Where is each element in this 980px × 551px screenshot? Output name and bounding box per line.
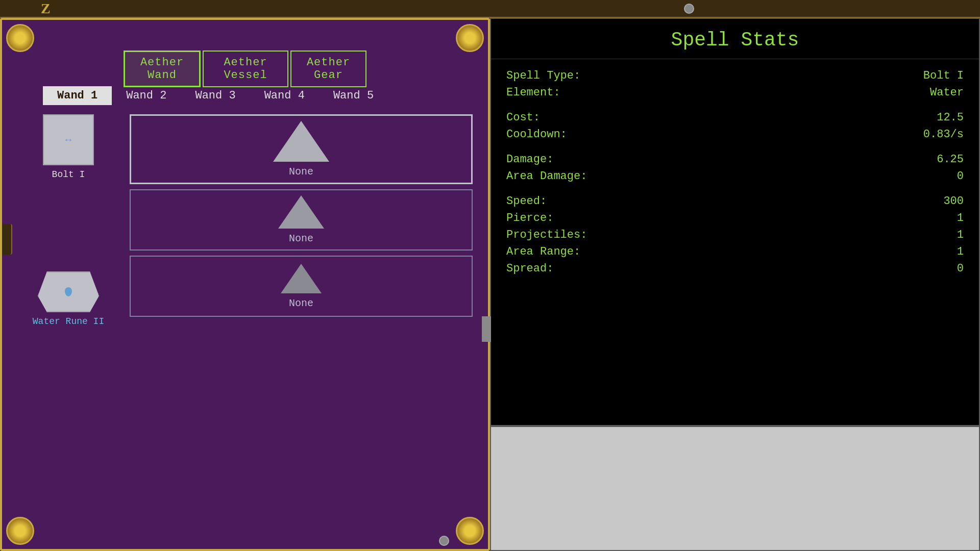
bolt-icon: ↔ <box>65 134 71 146</box>
bottom-right-panel <box>490 426 980 551</box>
triangle-icon-3 <box>281 264 322 293</box>
element-value: Water <box>930 86 964 99</box>
bolt-spell-item: ↔ Bolt I <box>17 114 119 180</box>
element-label: Element: <box>506 86 560 99</box>
tab-wand3[interactable]: Wand 3 <box>181 86 250 105</box>
scrollbar[interactable] <box>482 316 491 342</box>
stats-panel: Spell Stats Spell Type: Bolt I Element: … <box>490 18 980 426</box>
tab-wand2[interactable]: Wand 2 <box>112 86 181 105</box>
top-circle-icon <box>684 4 694 14</box>
bottom-scroll-icon <box>439 536 449 546</box>
tab-aether-gear[interactable]: Aether Gear <box>290 51 366 87</box>
spell-type-value: Bolt I <box>923 69 964 82</box>
category-tabs: Aether Wand Aether Vessel Aether Gear <box>124 51 366 87</box>
slot-1-label: None <box>289 166 313 178</box>
area-range-row: Area Range: 1 <box>506 245 964 258</box>
cooldown-label: Cooldown: <box>506 128 567 141</box>
damage-value: 6.25 <box>937 153 964 166</box>
stats-content: Spell Type: Bolt I Element: Water Cost: … <box>491 59 979 289</box>
triangle-icon-1 <box>273 121 329 162</box>
cost-label: Cost: <box>506 111 540 124</box>
pierce-row: Pierce: 1 <box>506 212 964 224</box>
corner-bl-decoration <box>6 517 34 545</box>
tab-wand5[interactable]: Wand 5 <box>319 86 388 105</box>
area-damage-label: Area Damage: <box>506 170 587 183</box>
cost-row: Cost: 12.5 <box>506 111 964 124</box>
tab-wand4[interactable]: Wand 4 <box>250 86 319 105</box>
area-damage-value: 0 <box>957 170 964 183</box>
damage-label: Damage: <box>506 153 553 166</box>
bolt-label: Bolt I <box>52 169 85 180</box>
spread-value: 0 <box>957 262 964 275</box>
stats-divider-2 <box>506 145 964 153</box>
stats-title: Spell Stats <box>491 19 979 59</box>
pierce-label: Pierce: <box>506 212 553 224</box>
spread-label: Spread: <box>506 262 553 275</box>
tab-aether-wand[interactable]: Aether Wand <box>124 51 201 87</box>
cooldown-value: 0.83/s <box>923 128 964 141</box>
corner-br-decoration <box>456 517 484 545</box>
element-row: Element: Water <box>506 86 964 99</box>
water-rune-item: Water Rune II <box>17 271 119 327</box>
area-damage-row: Area Damage: 0 <box>506 170 964 183</box>
area-range-label: Area Range: <box>506 245 580 258</box>
spell-type-label: Spell Type: <box>506 69 580 82</box>
pierce-value: 1 <box>957 212 964 224</box>
speed-row: Speed: 300 <box>506 195 964 208</box>
top-bar: Z <box>0 0 980 18</box>
spell-slot-2[interactable]: None <box>130 189 473 251</box>
speed-label: Speed: <box>506 195 547 208</box>
projectiles-row: Projectiles: 1 <box>506 229 964 241</box>
slot-3-label: None <box>289 297 313 309</box>
water-drop-icon <box>65 287 72 296</box>
corner-tl-decoration <box>6 24 34 52</box>
content-area: ↔ Bolt I Water Rune II None <box>17 114 473 508</box>
z-icon: Z <box>41 1 51 17</box>
water-rune-box[interactable] <box>38 271 99 312</box>
cost-value: 12.5 <box>937 111 964 124</box>
spread-row: Spread: 0 <box>506 262 964 275</box>
slot-2-label: None <box>289 233 313 244</box>
spell-slot-1[interactable]: None <box>130 114 473 184</box>
main-panel: Aether Wand Aether Vessel Aether Gear Wa… <box>0 18 490 551</box>
projectiles-label: Projectiles: <box>506 229 587 241</box>
spell-slot-3[interactable]: None <box>130 256 473 317</box>
tab-wand1[interactable]: Wand 1 <box>43 86 112 105</box>
spells-column: ↔ Bolt I Water Rune II <box>17 114 119 508</box>
damage-row: Damage: 6.25 <box>506 153 964 166</box>
stats-divider-1 <box>506 103 964 111</box>
spell-type-row: Spell Type: Bolt I <box>506 69 964 82</box>
triangle-icon-2 <box>278 195 324 229</box>
area-range-value: 1 <box>957 245 964 258</box>
speed-value: 300 <box>943 195 964 208</box>
cooldown-row: Cooldown: 0.83/s <box>506 128 964 141</box>
left-edge-tab <box>2 224 12 255</box>
tab-aether-vessel[interactable]: Aether Vessel <box>203 51 288 87</box>
slots-column: None None None <box>130 114 473 508</box>
bolt-spell-box[interactable]: ↔ <box>43 114 94 165</box>
rune-label: Water Rune II <box>33 316 104 327</box>
wand-tabs: Wand 1 Wand 2 Wand 3 Wand 4 Wand 5 <box>43 86 388 105</box>
corner-tr-decoration <box>456 24 484 52</box>
stats-divider-3 <box>506 187 964 195</box>
projectiles-value: 1 <box>957 229 964 241</box>
